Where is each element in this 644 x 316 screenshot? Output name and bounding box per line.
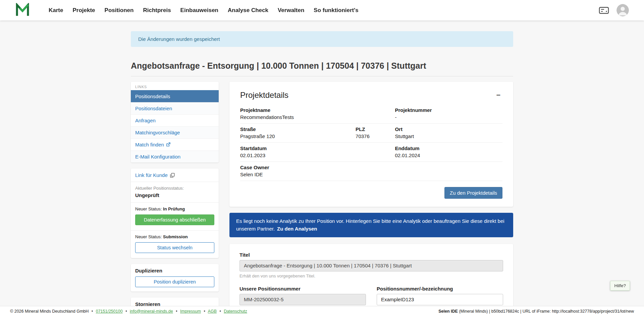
extnr-input[interactable] — [377, 294, 503, 305]
current-status-label: Aktueller Positionsstatus: — [135, 186, 214, 191]
footer-separator: • — [125, 309, 127, 314]
project-details-card: Projektdetails – Projektname Recommendat… — [229, 82, 513, 207]
plz-label: PLZ — [356, 126, 395, 132]
footer-separator: • — [219, 309, 221, 314]
projektname-value: RecommendationsTests — [240, 114, 395, 120]
footer-left: © 2026 Mineral Minds Deutschland GmbH • … — [10, 309, 247, 314]
nav-item-richtpreis[interactable]: Richtpreis — [138, 0, 175, 20]
next-status-label: Neuer Status: — [135, 206, 163, 211]
page-title: Angebotsanfrage - Entsorgung | 10.000 To… — [131, 61, 513, 71]
links-header: LINKS — [131, 82, 219, 90]
enddatum-label: Enddatum — [395, 145, 502, 151]
sidebar-item-email-konfiguration[interactable]: E-Mail Konfiguration — [131, 150, 219, 163]
strasse-value: Pragstraße 120 — [240, 133, 356, 139]
footer-separator: • — [176, 309, 177, 314]
copy-icon — [170, 173, 175, 178]
top-navbar: Karte Projekte Positionen Richtpreis Ein… — [0, 0, 644, 20]
help-button[interactable]: Hilfe? — [610, 281, 630, 291]
nav-item-analyse-check[interactable]: Analyse Check — [223, 0, 273, 20]
plz-value: 70376 — [356, 133, 395, 139]
next-status-value: In Prüfung — [163, 206, 185, 211]
nav-item-karte[interactable]: Karte — [44, 0, 68, 20]
sidebar-item-positionsdetails[interactable]: Positionsdetails — [131, 90, 219, 102]
next-status-value-2: Submission — [163, 234, 188, 239]
collapse-icon[interactable]: – — [494, 90, 502, 99]
title-divider — [131, 76, 513, 76]
case-owner-value: Selen IDE — [240, 172, 395, 178]
analytics-link[interactable]: Zu den Analysen — [277, 226, 317, 232]
strasse-label: Straße — [240, 126, 356, 132]
projektnummer-label: Projektnummer — [395, 107, 502, 113]
ort-value: Stuttgart — [395, 133, 502, 139]
ort-label: Ort — [395, 126, 502, 132]
footer-copyright: © 2026 Mineral Minds Deutschland GmbH — [10, 309, 89, 314]
footer-session-rest: (Mineral Minds) | b50bd176824c | URL of … — [458, 309, 634, 314]
server-icon[interactable] — [599, 6, 609, 14]
nav-item-positionen[interactable]: Positionen — [100, 0, 139, 20]
titel-help: Erhält den von uns vorgegebenen Titel. — [239, 273, 503, 278]
posnr-label: Unsere Positionsnummer — [239, 286, 366, 292]
next-status-block-2: Neuer Status: Submission Status wechseln — [131, 231, 219, 258]
footer-link-impressum[interactable]: Impressum — [180, 309, 201, 314]
duplicate-position-button[interactable]: Position duplizieren — [135, 276, 214, 287]
project-row-name: Projektname RecommendationsTests Projekt… — [240, 105, 502, 124]
posnr-input — [239, 294, 366, 305]
current-status-value: Ungeprüft — [135, 192, 214, 198]
project-row-owner: Case Owner Selen IDE — [240, 162, 502, 181]
switch-status-button[interactable]: Status wechseln — [135, 242, 214, 253]
user-avatar[interactable] — [616, 4, 629, 16]
sidebar-item-matchingvorschlaege[interactable]: Matchingvorschläge — [131, 126, 219, 138]
nav-item-projekte[interactable]: Projekte — [68, 0, 100, 20]
duplicate-title: Duplizieren — [135, 268, 214, 273]
complete-data-entry-button[interactable]: Datenerfassung abschließen — [135, 214, 214, 225]
projektname-label: Projektname — [240, 107, 395, 113]
sidebar-item-match-finden[interactable]: Match finden — [131, 138, 219, 150]
page-body: Die Änderungen wurden gespeichert Angebo… — [0, 20, 644, 306]
titel-input — [239, 260, 503, 271]
case-owner-label: Case Owner — [240, 165, 395, 171]
footer-separator: • — [204, 309, 205, 314]
analytics-banner: Es liegt noch keine Analytik zu Ihrer Po… — [229, 213, 513, 237]
project-row-address: Straße Pragstraße 120 PLZ 70376 Ort Stut… — [240, 124, 502, 143]
status-card: Link für Kunde Aktueller Positionsstatus… — [131, 169, 219, 258]
sidebar-item-anfragen[interactable]: Anfragen — [131, 114, 219, 126]
external-link-icon — [166, 142, 170, 147]
next-status-block-1: Neuer Status: In Prüfung Datenerfassung … — [131, 203, 219, 231]
enddatum-value: 02.01.2024 — [395, 152, 502, 159]
sidebar: LINKS Positionsdetails Positionsdateien … — [131, 82, 219, 306]
projektnummer-value: - — [395, 114, 502, 120]
project-details-button[interactable]: Zu den Projektdetails — [444, 187, 502, 199]
duplicate-card: Duplizieren Position duplizieren — [131, 264, 219, 292]
main-content: Projektdetails – Projektname Recommendat… — [229, 82, 513, 306]
nav-item-einbauweisen[interactable]: Einbauweisen — [176, 0, 223, 20]
footer: © 2026 Mineral Minds Deutschland GmbH • … — [0, 306, 644, 316]
footer-link-agb[interactable]: AGB — [208, 309, 217, 314]
footer-link-email[interactable]: info@mineral-minds.de — [130, 309, 173, 314]
analytics-banner-text: Es liegt noch keine Analytik zu Ihrer Po… — [236, 218, 504, 232]
startdatum-value: 02.01.2023 — [240, 152, 395, 159]
footer-session-info: Selen IDE (Mineral Minds) | b50bd176824c… — [438, 309, 634, 314]
next-status-label-2: Neuer Status: — [135, 234, 163, 239]
project-details-title: Projektdetails — [240, 90, 288, 100]
saved-alert: Die Änderungen wurden gespeichert — [131, 31, 513, 47]
nav-item-so-funktionierts[interactable]: So funktioniert's — [309, 0, 363, 20]
footer-link-phone[interactable]: 07151/250100 — [96, 309, 123, 314]
nav-item-verwalten[interactable]: Verwalten — [273, 0, 309, 20]
current-status-block: Aktueller Positionsstatus: Ungeprüft — [131, 182, 219, 203]
footer-separator: • — [92, 309, 93, 314]
position-form-card: Titel Erhält den von uns vorgegebenen Ti… — [229, 244, 513, 306]
project-row-dates: Startdatum 02.01.2023 Enddatum 02.01.202… — [240, 143, 502, 162]
footer-link-datenschutz[interactable]: Datenschutz — [224, 309, 247, 314]
cancel-card: Stornieren Stornieren▾ — [131, 298, 219, 306]
saved-alert-text: Die Änderungen wurden gespeichert — [138, 36, 220, 42]
brand-m-icon — [15, 3, 30, 18]
startdatum-label: Startdatum — [240, 145, 395, 151]
mineral-minds-logo[interactable] — [15, 3, 30, 18]
links-card: LINKS Positionsdetails Positionsdateien … — [131, 82, 219, 163]
sidebar-item-positionsdateien[interactable]: Positionsdateien — [131, 102, 219, 114]
cancel-title: Stornieren — [135, 301, 214, 306]
footer-user: Selen IDE — [438, 309, 458, 314]
customer-link[interactable]: Link für Kunde — [131, 169, 219, 182]
titel-label: Titel — [239, 252, 503, 258]
extnr-label: Positionsnummer/-bezeichnung — [377, 286, 503, 292]
